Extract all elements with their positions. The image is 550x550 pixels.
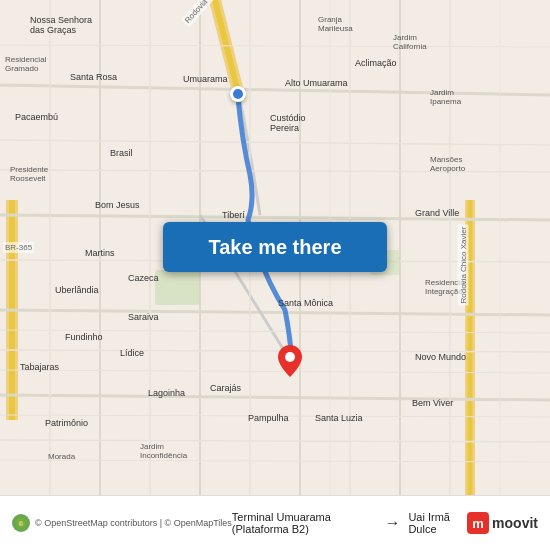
svg-text:©: ©	[19, 521, 24, 527]
moovit-icon: m	[467, 512, 489, 534]
take-me-there-button[interactable]: Take me there	[163, 222, 387, 272]
moovit-text: moovit	[492, 515, 538, 531]
moovit-logo: m moovit	[467, 512, 538, 534]
origin-label: Terminal Umuarama (Plataforma B2)	[232, 511, 377, 535]
bottom-bar: © © OpenStreetMap contributors | © OpenM…	[0, 495, 550, 550]
arrow-icon: →	[384, 514, 400, 532]
destination-label: Uai Irmã Dulce	[408, 511, 467, 535]
destination-marker	[278, 345, 302, 377]
svg-point-34	[285, 352, 295, 362]
map-container: Nossa Senhoradas Graças ResidencialGrama…	[0, 0, 550, 495]
osm-logo: ©	[12, 514, 30, 532]
route-info: Terminal Umuarama (Plataforma B2) → Uai …	[232, 511, 467, 535]
attribution-text: © OpenStreetMap contributors | © OpenMap…	[35, 518, 232, 528]
origin-marker	[230, 86, 246, 102]
svg-rect-32	[155, 270, 200, 305]
